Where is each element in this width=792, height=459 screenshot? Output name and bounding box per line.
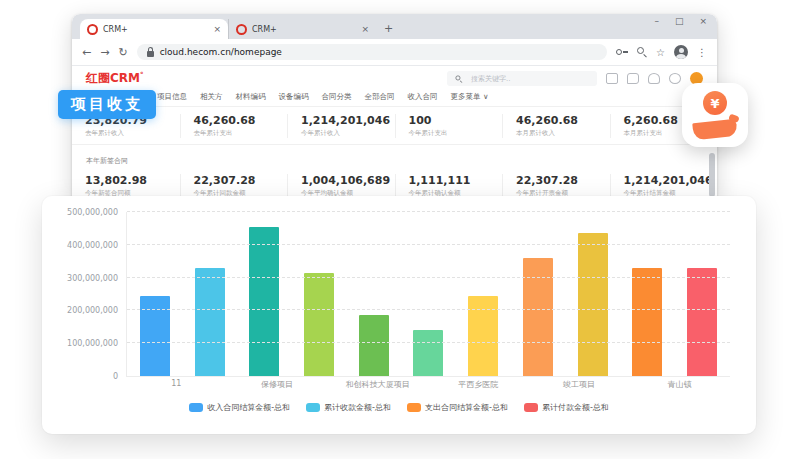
crm-logo-text: 红圈CRM	[86, 71, 140, 85]
legend-item[interactable]: 累计付款金额-总和	[524, 402, 609, 413]
nav-item[interactable]: 更多菜单 ∨	[451, 92, 489, 102]
back-icon[interactable]: ←	[82, 46, 91, 59]
nav-item[interactable]: 合同分类	[322, 92, 352, 102]
chat-icon[interactable]	[627, 73, 639, 84]
x-axis-labels: 11保修项目和创科技大厦项目平西乡医院竣工项目青山镇	[126, 379, 730, 390]
nav-item[interactable]: 收入合同	[408, 92, 438, 102]
stat-cell: 1,214,201,046今年累计收入	[287, 114, 395, 138]
nav-item[interactable]: 材料编码	[236, 92, 266, 102]
bell-icon[interactable]	[648, 73, 660, 84]
stat-label: 今年累计收入	[301, 129, 395, 138]
tab-strip: CRM+×CRM+× + –□×	[72, 14, 717, 39]
legend-label: 累计收款金额-总和	[324, 402, 391, 413]
stat-cell: 22,307.28今年累计回款金额	[180, 174, 288, 198]
close-button[interactable]: ×	[699, 17, 707, 26]
stat-value: 22,307.28	[194, 174, 288, 187]
section-row: 本年新签合同	[72, 144, 717, 167]
section-title: 本年新签合同	[86, 157, 128, 165]
stat-value: 46,260.68	[516, 114, 610, 127]
crm-favicon-icon	[87, 24, 98, 35]
stat-label: 本月累计收入	[516, 129, 610, 138]
stat-cell: 22,307.28今年累计开票金额	[502, 174, 610, 198]
legend-item[interactable]: 支出合同结算金额-总和	[407, 402, 508, 413]
gear-icon[interactable]	[669, 73, 681, 84]
x-axis-label: 和创科技大厦项目	[327, 379, 428, 390]
yen-symbol: ¥	[710, 96, 719, 111]
chart-bar[interactable]	[195, 268, 225, 376]
crm-header-right	[447, 71, 703, 86]
forward-icon[interactable]: →	[100, 46, 109, 59]
window-controls: –□×	[654, 17, 707, 26]
stat-value: 46,260.68	[194, 114, 288, 127]
gridline	[127, 244, 730, 245]
stat-cell: 1,111,111今年累计确认金额	[395, 174, 503, 198]
chart-bar[interactable]	[249, 227, 279, 376]
x-axis-label: 青山镇	[629, 379, 730, 390]
x-axis-label: 竣工项目	[529, 379, 630, 390]
stat-cell: 100今年累计支出	[395, 114, 503, 138]
stat-label: 去年累计收入	[85, 129, 180, 138]
stat-label: 今年累计支出	[409, 129, 503, 138]
stat-value: 100	[409, 114, 503, 127]
nav-item[interactable]: 项目信息	[157, 92, 187, 102]
tab-close-icon[interactable]: ×	[213, 25, 221, 34]
chart-bar[interactable]	[140, 296, 170, 376]
stat-value: 1,111,111	[409, 174, 503, 187]
chart-bar[interactable]	[413, 330, 443, 376]
chart-legend: 收入合同结算金额-总和累计收款金额-总和支出合同结算金额-总和累计付款金额-总和	[42, 402, 756, 413]
gridline	[127, 342, 730, 343]
refresh-icon[interactable]: ↻	[118, 46, 127, 59]
nav-item[interactable]: 设备编码	[279, 92, 309, 102]
chart-bar[interactable]	[359, 315, 389, 376]
crm-favicon-icon	[236, 24, 247, 35]
browser-tab[interactable]: CRM+×	[228, 19, 376, 39]
browser-menu-icon[interactable]: ⋮	[697, 47, 707, 58]
stat-cell: 46,260.68本月累计收入	[502, 114, 610, 138]
chart-bar[interactable]	[632, 268, 662, 376]
legend-label: 累计付款金额-总和	[542, 402, 609, 413]
zoom-icon[interactable]	[637, 47, 647, 57]
crm-search-box[interactable]	[447, 71, 597, 86]
legend-item[interactable]: 收入合同结算金额-总和	[189, 402, 290, 413]
chart-bar[interactable]	[687, 268, 717, 376]
stat-value: 1,004,106,689	[301, 174, 395, 187]
page-scrollbar[interactable]	[709, 153, 715, 197]
yen-coin-icon: ¥	[703, 91, 727, 115]
chart-bar[interactable]	[304, 273, 334, 376]
bookmark-star-icon[interactable]: ☆	[656, 47, 665, 58]
stat-value: 22,307.28	[516, 174, 610, 187]
stat-value: 1,214,201,046	[624, 174, 718, 187]
legend-label: 收入合同结算金额-总和	[207, 402, 290, 413]
maximize-button[interactable]: □	[675, 17, 684, 26]
gridline	[127, 277, 730, 278]
tab-title: CRM+	[103, 25, 208, 34]
browser-profile-avatar[interactable]	[674, 45, 688, 59]
nav-item[interactable]: 全部合同	[365, 92, 395, 102]
crm-page: 红圈CRM° 首页常用菜单项目信息相关方材料编码设备编码合同分类全部合同收入合同…	[72, 66, 717, 198]
legend-swatch	[407, 403, 421, 412]
x-axis-label: 保修项目	[227, 379, 328, 390]
stat-cell: 1,214,201,046今年累计结算金额	[610, 174, 718, 198]
nav-item[interactable]: 相关方	[200, 92, 223, 102]
search-input[interactable]	[469, 74, 573, 84]
new-tab-button[interactable]: +	[384, 22, 393, 35]
x-axis-label: 平西乡医院	[428, 379, 529, 390]
address-bar[interactable]: cloud.hecom.cn/homepage	[137, 44, 607, 60]
chart-bar[interactable]	[468, 296, 498, 376]
legend-swatch	[189, 403, 203, 412]
minimize-button[interactable]: –	[654, 17, 659, 26]
y-axis-tick: 200,000,000	[67, 306, 118, 315]
x-axis-label: 11	[126, 379, 227, 390]
stat-value: 13,802.98	[85, 174, 180, 187]
inbox-icon[interactable]	[606, 73, 618, 84]
key-icon[interactable]	[616, 49, 628, 55]
money-icon-card[interactable]: ¥	[682, 83, 748, 147]
stat-cell: 13,802.98今年新签合同额	[72, 174, 180, 198]
browser-tab[interactable]: CRM+×	[80, 19, 228, 39]
stat-value: 1,214,201,046	[301, 114, 395, 127]
y-axis-tick: 100,000,000	[67, 339, 118, 348]
chart-bar[interactable]	[578, 233, 608, 376]
tab-close-icon[interactable]: ×	[361, 25, 369, 34]
legend-item[interactable]: 累计收款金额-总和	[306, 402, 391, 413]
browser-toolbar: ← → ↻ cloud.hecom.cn/homepage ☆ ⋮	[72, 39, 717, 66]
